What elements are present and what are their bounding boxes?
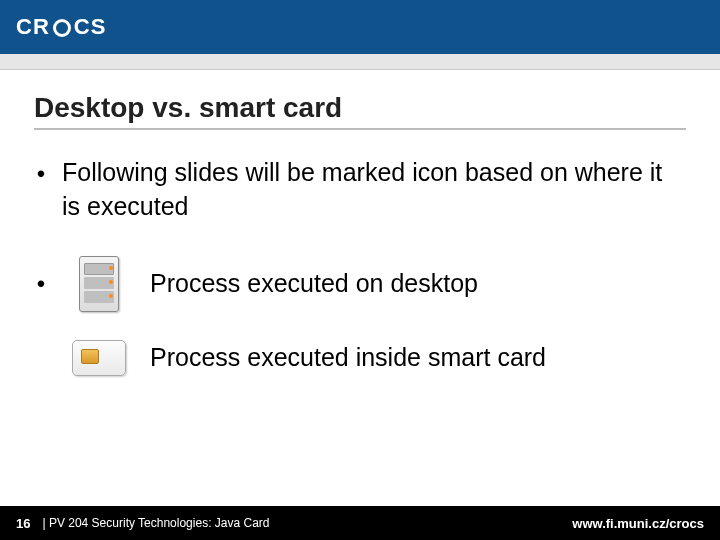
sub-header-bar: [0, 54, 720, 70]
slide: CR CS Desktop vs. smart card • Following…: [0, 0, 720, 540]
footer-bar: 16 | PV 204 Security Technologies: Java …: [0, 506, 720, 540]
footer-course: | PV 204 Security Technologies: Java Car…: [42, 516, 269, 530]
smartcard-icon-box: [70, 340, 128, 376]
ring-icon: [53, 19, 71, 37]
server-icon: [79, 256, 119, 312]
bullet-dot-icon: •: [34, 156, 48, 189]
bullet-row-main: • Following slides will be marked icon b…: [34, 156, 686, 224]
header-bar: CR CS: [0, 0, 720, 54]
row-smartcard: Process executed inside smart card: [34, 340, 686, 376]
desktop-label: Process executed on desktop: [150, 269, 478, 298]
smartcard-label: Process executed inside smart card: [150, 343, 546, 372]
content-area: Desktop vs. smart card • Following slide…: [0, 70, 720, 506]
page-number: 16: [16, 516, 30, 531]
smartcard-icon: [72, 340, 126, 376]
server-icon-box: [70, 256, 128, 312]
crocs-logo: CR CS: [16, 14, 106, 40]
footer-url: www.fi.muni.cz/crocs: [572, 516, 704, 531]
bullet-dot-icon: •: [34, 270, 48, 298]
footer-left: 16 | PV 204 Security Technologies: Java …: [16, 516, 270, 531]
row-desktop: • Process executed on desktop: [34, 256, 686, 312]
bullet-text-main: Following slides will be marked icon bas…: [62, 156, 686, 224]
slide-title: Desktop vs. smart card: [34, 92, 686, 130]
